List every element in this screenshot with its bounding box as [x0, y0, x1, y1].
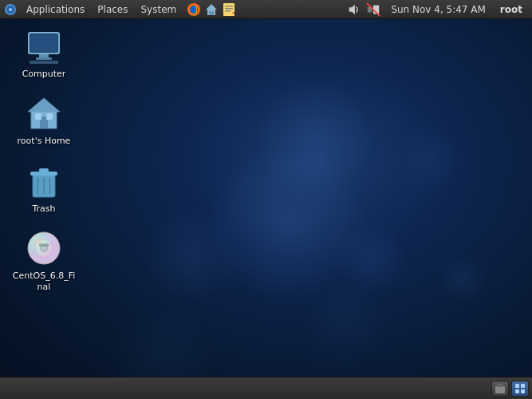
svg-rect-48 [515, 389, 519, 393]
panel-right: Sun Nov 4, 5:47 AM root [346, 2, 532, 18]
svg-point-2 [9, 7, 13, 11]
svg-line-34 [49, 178, 50, 194]
svg-rect-7 [223, 3, 234, 16]
desktop-icons-area: Computer root's Home [8, 24, 80, 296]
svg-rect-44 [495, 386, 505, 393]
home-icon-label: root's Home [18, 136, 71, 147]
applications-menu[interactable]: Applications [20, 0, 91, 19]
taskbar-btn-1[interactable] [491, 381, 509, 397]
desktop: Applications Places System [0, 0, 532, 399]
computer-icon-label: Computer [22, 69, 66, 80]
svg-rect-25 [35, 113, 41, 120]
firefox-icon[interactable] [186, 2, 202, 18]
taskbar [0, 377, 532, 399]
system-menu[interactable]: System [134, 0, 183, 19]
network-icon[interactable] [365, 2, 381, 18]
trash-icon-label: Trash [32, 203, 55, 215]
svg-rect-18 [30, 34, 57, 52]
svg-rect-10 [225, 10, 231, 12]
home-icon[interactable]: root's Home [8, 91, 80, 150]
volume-icon[interactable] [346, 2, 362, 18]
svg-rect-20 [36, 57, 52, 60]
svg-rect-45 [497, 384, 503, 387]
svg-line-32 [37, 178, 38, 194]
trash-icon[interactable]: Trash [8, 159, 80, 218]
svg-rect-6 [209, 11, 214, 15]
clock-display[interactable]: Sun Nov 4, 5:47 AM [384, 4, 491, 15]
svg-point-43 [28, 232, 60, 264]
svg-rect-9 [225, 8, 233, 10]
svg-marker-12 [349, 4, 355, 14]
svg-rect-49 [521, 389, 525, 393]
panel-left: Applications Places System [0, 0, 237, 19]
dvd-icon-label: CentOS_6.8_Final [11, 271, 77, 294]
home-quicklaunch-icon[interactable] [203, 2, 219, 18]
svg-rect-47 [521, 384, 525, 388]
svg-rect-8 [225, 6, 233, 7]
computer-icon[interactable]: Computer [8, 24, 80, 83]
user-display[interactable]: root [495, 4, 527, 15]
svg-rect-21 [30, 61, 58, 64]
places-menu[interactable]: Places [91, 0, 134, 19]
top-panel: Applications Places System [0, 0, 532, 19]
svg-rect-31 [39, 168, 49, 172]
svg-rect-26 [46, 113, 53, 120]
taskbar-btn-2[interactable] [511, 381, 529, 397]
text-editor-quicklaunch-icon[interactable] [221, 2, 237, 18]
gnome-logo-icon[interactable] [2, 2, 18, 18]
svg-marker-27 [28, 98, 60, 112]
dvd-icon[interactable]: DVD CentOS_6.8_Final [8, 226, 80, 297]
svg-rect-46 [515, 384, 519, 388]
